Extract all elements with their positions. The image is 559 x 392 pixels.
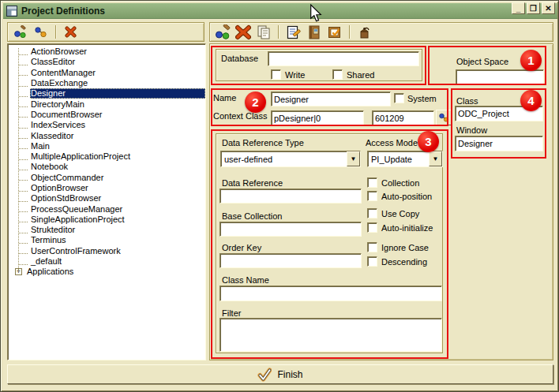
data-reference-label: Data Reference <box>222 178 283 188</box>
system-checkbox[interactable] <box>394 93 404 103</box>
tree-item[interactable]: MultipleApplicationProject <box>19 151 205 162</box>
tree-item[interactable]: SingleApplicationProject <box>19 215 205 225</box>
use-copy-checkbox[interactable] <box>367 208 377 218</box>
class-name-input[interactable] <box>219 286 442 301</box>
close-button[interactable]: ✕ <box>542 2 555 14</box>
tree-item[interactable]: ClassEditor <box>19 57 205 67</box>
filter-textarea[interactable] <box>219 318 442 352</box>
auto-initialize-checkbox[interactable] <box>367 222 377 233</box>
titlebar: Project Definitions <box>3 3 557 19</box>
data-reference-input[interactable] <box>219 189 362 203</box>
tree-item[interactable]: Notebook <box>19 162 205 172</box>
base-collection-input[interactable] <box>219 222 362 237</box>
tree-item-label: Notebook <box>30 162 70 172</box>
ignore-case-label: Ignore Case <box>381 243 429 252</box>
form-toolbar <box>209 22 553 42</box>
order-key-input[interactable] <box>219 253 362 268</box>
maximize-button[interactable]: ❒ <box>527 2 540 14</box>
context-class-input[interactable] <box>271 110 364 125</box>
tree-item[interactable]: DocumentBrowser <box>19 110 205 120</box>
object-space-label: Object Space <box>456 57 508 66</box>
delete-icon[interactable] <box>62 24 79 40</box>
link-objects-icon[interactable] <box>32 24 49 40</box>
project-definitions-window: Project Definitions _ ❒ ✕ <box>0 0 559 392</box>
checkmark-icon <box>257 368 272 382</box>
context-class-label: Context Class <box>213 111 267 121</box>
tree-connector <box>19 248 28 254</box>
new-object-icon[interactable] <box>12 24 28 40</box>
tree-item[interactable]: Terminus <box>19 235 205 245</box>
tree-item[interactable]: ObjectCommander <box>19 173 205 183</box>
tree-item[interactable]: DirectoryMain <box>19 99 205 109</box>
tree-connector <box>19 206 28 212</box>
class-input[interactable] <box>455 106 543 121</box>
filter-label: Filter <box>222 308 241 318</box>
shared-checkbox[interactable] <box>332 69 343 80</box>
access-mode-select[interactable]: PI_Update ▼ <box>367 151 443 167</box>
tree-item-label: ProcessQueueManager <box>30 204 125 215</box>
database-input[interactable] <box>268 51 419 66</box>
class-label: Class <box>456 96 478 106</box>
tree-item-label: ObjectCommander <box>30 173 106 183</box>
finish-button[interactable]: Finish <box>7 364 553 384</box>
tree-connector <box>19 227 28 233</box>
auto-position-label: Auto-position <box>381 192 432 201</box>
tree-item-label: Strukteditor <box>30 225 77 235</box>
delete-icon[interactable] <box>234 24 251 40</box>
tree-item[interactable]: OptionStdBrowser <box>19 193 205 203</box>
tree-item[interactable]: Designer <box>19 88 205 99</box>
name-input[interactable] <box>271 91 391 106</box>
tree-item-label: DataExchange <box>30 78 90 88</box>
edit-picture-icon[interactable] <box>326 24 343 40</box>
object-space-input[interactable] <box>456 69 544 84</box>
context-class-id-input[interactable] <box>372 110 434 125</box>
tree-item[interactable]: ProcessQueueManager <box>19 203 205 214</box>
descending-checkbox[interactable] <box>367 256 377 267</box>
chevron-down-icon[interactable]: ▼ <box>347 151 360 166</box>
tree-item[interactable]: ContentManager <box>19 68 205 78</box>
write-label: Write <box>285 70 305 80</box>
tree-item-label: ActionBrowser <box>30 47 89 57</box>
tree-item[interactable]: DataExchange <box>19 78 205 88</box>
tree-item[interactable]: Main <box>19 141 205 151</box>
descending-label: Descending <box>381 257 427 267</box>
tree-item[interactable]: Klasseditor <box>19 130 205 140</box>
tree-item[interactable]: IndexServices <box>19 120 205 130</box>
tree-list: ActionBrowserClassEditorContentManagerDa… <box>19 47 205 278</box>
tree-item-label: OptionBrowser <box>30 183 91 193</box>
tree-item[interactable]: ActionBrowser <box>19 47 205 57</box>
auto-position-checkbox[interactable] <box>367 191 377 201</box>
mill-icon[interactable] <box>356 24 373 40</box>
tree-item[interactable]: OptionBrowser <box>19 183 205 193</box>
new-object-icon[interactable] <box>214 24 231 40</box>
tree-item[interactable]: UserControlFramework <box>19 246 205 256</box>
ignore-case-checkbox[interactable] <box>367 242 377 252</box>
shared-label: Shared <box>347 70 374 80</box>
minimize-button[interactable]: _ <box>512 2 525 14</box>
tree-item-label: Klasseditor <box>30 131 76 141</box>
edit-icon[interactable] <box>285 24 302 40</box>
toolbar-separator <box>349 25 350 39</box>
tree-connector <box>19 185 28 192</box>
write-checkbox[interactable] <box>271 69 281 80</box>
tree-connector <box>19 91 28 97</box>
tree-item[interactable]: Strukteditor <box>19 225 205 235</box>
window-input[interactable] <box>455 136 543 151</box>
tree-item[interactable]: +Applications <box>19 267 205 277</box>
catalog-icon[interactable] <box>306 24 322 40</box>
data-reference-type-select[interactable]: user-defined ▼ <box>220 151 361 167</box>
tree-guide-line <box>18 48 19 271</box>
tree-connector <box>19 59 28 65</box>
tree-toolbar <box>7 22 204 42</box>
tree-connector <box>19 122 28 129</box>
collection-checkbox[interactable] <box>367 177 377 188</box>
tree-connector <box>19 111 28 118</box>
copy-icon[interactable] <box>255 24 272 40</box>
tree-item-label: OptionStdBrowser <box>30 193 103 203</box>
chevron-down-icon[interactable]: ▼ <box>429 151 442 166</box>
tree-item[interactable]: _default <box>19 256 205 267</box>
project-tree: ActionBrowserClassEditorContentManagerDa… <box>7 43 206 360</box>
class-picker-button[interactable] <box>436 110 452 125</box>
tree-connector <box>19 259 28 265</box>
name-label: Name <box>213 93 236 103</box>
